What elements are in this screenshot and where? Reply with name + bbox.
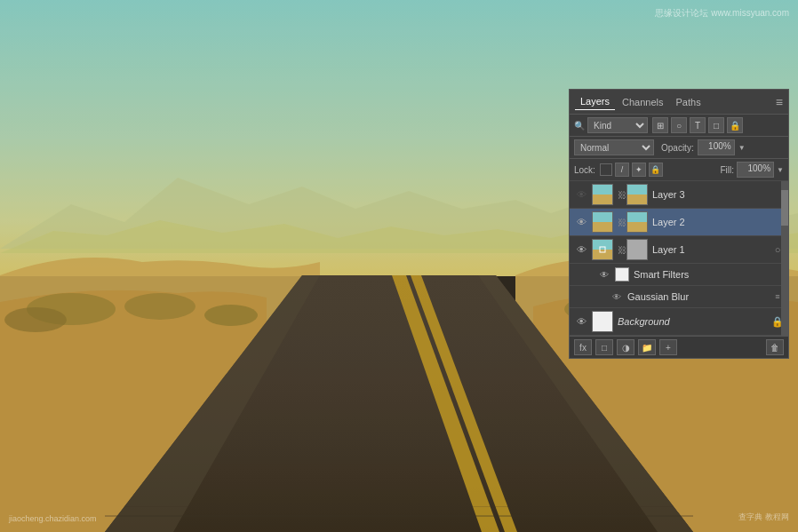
filter-kind-select[interactable]: Kind <box>587 117 648 133</box>
tab-paths[interactable]: Paths <box>671 94 706 110</box>
gaussian-blur-name: Gaussian Blur <box>627 291 769 302</box>
svg-rect-17 <box>124 506 674 507</box>
blend-mode-row: Normal Opacity: 100% ▼ <box>570 137 788 159</box>
layer2-visibility-icon[interactable]: 👁 <box>573 214 589 230</box>
svg-rect-22 <box>593 212 612 222</box>
watermark-bottom-left: jiaocheng.chazidian.com <box>9 514 97 523</box>
layer-row-layer3[interactable]: 👁 ⛓ Layer 3 <box>570 181 788 209</box>
smart-filter-icon[interactable]: 🔒 <box>727 117 743 133</box>
shape-filter-icon[interactable]: □ <box>708 117 724 133</box>
lock-all-btn[interactable]: 🔒 <box>649 163 663 177</box>
fill-label: Fill: <box>721 165 735 175</box>
layer2-thumbnail <box>592 211 613 233</box>
layers-list: 👁 ⛓ Layer 3 👁 ⛓ Layer 2 👁 <box>570 181 788 336</box>
add-mask-button[interactable]: □ <box>595 339 613 355</box>
search-icon: 🔍 <box>574 121 585 131</box>
tab-channels[interactable]: Channels <box>617 94 668 110</box>
svg-rect-18 <box>593 185 612 195</box>
layer3-thumbnail <box>592 184 613 205</box>
lock-position-btn[interactable]: ✦ <box>632 163 646 177</box>
fill-arrow-icon: ▼ <box>777 166 784 174</box>
adjustment-filter-icon[interactable]: ○ <box>671 117 687 133</box>
svg-rect-21 <box>627 195 647 204</box>
svg-rect-19 <box>593 195 612 204</box>
background-name: Background <box>618 316 769 327</box>
opacity-arrow-icon: ▼ <box>738 144 746 152</box>
tab-layers[interactable]: Layers <box>575 93 615 110</box>
watermark-top: 思缘设计论坛 www.missyuan.com <box>655 7 789 20</box>
pixel-filter-icon[interactable]: ⊞ <box>652 117 668 133</box>
svg-rect-27 <box>593 250 612 259</box>
layer1-name: Layer 1 <box>652 244 769 255</box>
layer-row-layer2[interactable]: 👁 ⛓ Layer 2 <box>570 209 788 236</box>
opacity-label: Opacity: <box>661 143 694 153</box>
svg-point-5 <box>124 293 196 320</box>
layer1-mask-thumb <box>626 239 648 260</box>
type-filter-icon[interactable]: T <box>690 117 706 133</box>
svg-rect-23 <box>593 222 612 232</box>
layer-row-smart-filters[interactable]: 👁 Smart Filters <box>570 264 788 286</box>
layer1-thumbnail <box>592 239 613 260</box>
lock-transparency-btn[interactable] <box>600 163 612 176</box>
layer-row-gaussian-blur[interactable]: 👁 Gaussian Blur ≡ <box>570 286 788 308</box>
svg-rect-24 <box>627 212 647 222</box>
panel-scrollbar[interactable] <box>781 181 788 336</box>
svg-point-4 <box>4 307 67 332</box>
panel-menu-button[interactable]: ≡ <box>776 95 783 109</box>
add-link-button[interactable]: fx <box>574 339 592 355</box>
watermark-bottom-right: 查字典 教程网 <box>738 512 789 523</box>
layers-panel: Layers Channels Paths ≡ 🔍 Kind ⊞ ○ T □ 🔒… <box>569 89 789 359</box>
new-group-button[interactable]: 📁 <box>638 339 656 355</box>
svg-rect-20 <box>627 185 647 195</box>
smart-filters-visibility-icon[interactable]: 👁 <box>596 266 612 282</box>
layer-row-background[interactable]: 👁 Background 🔒 <box>570 308 788 336</box>
background-visibility-icon[interactable]: 👁 <box>573 314 589 330</box>
layer3-mask-thumb <box>626 184 648 205</box>
layer2-name: Layer 2 <box>652 217 785 227</box>
new-fill-adjustment-button[interactable]: ◑ <box>617 339 634 355</box>
panel-footer: fx □ ◑ 📁 + 🗑 <box>570 336 788 358</box>
fill-value[interactable]: 100% <box>737 162 774 178</box>
layer3-name: Layer 3 <box>652 189 785 200</box>
layer3-chain-icon: ⛓ <box>618 184 626 205</box>
svg-rect-30 <box>593 312 612 331</box>
lock-row: Lock: / ✦ 🔒 Fill: 100% ▼ <box>570 159 788 181</box>
svg-rect-29 <box>627 240 647 259</box>
smart-filters-thumb <box>615 267 629 282</box>
layer2-mask-thumb <box>626 211 648 233</box>
lock-paint-btn[interactable]: / <box>615 163 629 177</box>
delete-layer-button[interactable]: 🗑 <box>766 339 784 355</box>
layer2-chain-icon: ⛓ <box>618 211 626 233</box>
panel-header: Layers Channels Paths ≡ <box>570 90 788 115</box>
svg-point-6 <box>204 305 258 326</box>
layer-row-layer1[interactable]: 👁 ⛓ Layer 1 ○ <box>570 236 788 264</box>
background-thumbnail <box>592 311 613 332</box>
scrollbar-thumb[interactable] <box>781 190 788 226</box>
smart-filters-name: Smart Filters <box>634 269 785 280</box>
filter-icons: ⊞ ○ T □ 🔒 <box>652 117 743 133</box>
gaussian-blur-visibility-icon[interactable]: 👁 <box>609 289 625 305</box>
svg-rect-25 <box>627 222 647 232</box>
layer1-chain-icon: ⛓ <box>618 239 626 260</box>
layer1-visibility-icon[interactable]: 👁 <box>573 242 589 258</box>
layer3-visibility-icon[interactable]: 👁 <box>573 187 589 202</box>
blend-mode-select[interactable]: Normal <box>574 139 654 155</box>
opacity-value[interactable]: 100% <box>698 139 735 155</box>
svg-rect-26 <box>593 240 612 250</box>
svg-rect-16 <box>105 515 693 517</box>
new-layer-button[interactable]: + <box>659 339 677 355</box>
lock-label: Lock: <box>574 165 595 175</box>
filter-row: 🔍 Kind ⊞ ○ T □ 🔒 <box>570 115 788 137</box>
